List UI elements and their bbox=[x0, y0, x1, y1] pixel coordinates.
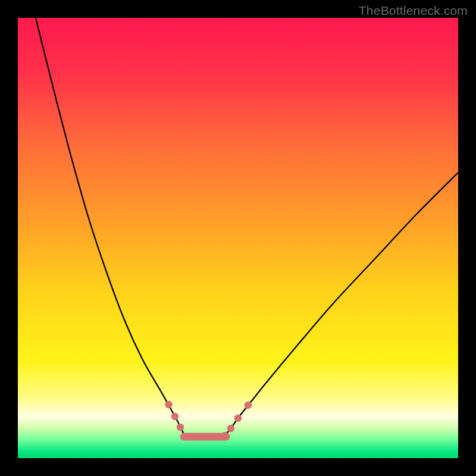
marker-point bbox=[221, 432, 228, 439]
attribution-label: TheBottleneck.com bbox=[359, 4, 468, 18]
marker-point bbox=[234, 415, 242, 422]
plot-area bbox=[18, 18, 458, 458]
chart-stage: TheBottleneck.com bbox=[0, 0, 476, 476]
marker-point bbox=[165, 401, 172, 408]
marker-point bbox=[245, 402, 252, 409]
marker-point bbox=[171, 413, 178, 420]
gradient-background bbox=[18, 18, 458, 458]
marker-point bbox=[227, 425, 234, 432]
marker-point bbox=[177, 424, 184, 431]
plot-svg bbox=[18, 18, 458, 458]
